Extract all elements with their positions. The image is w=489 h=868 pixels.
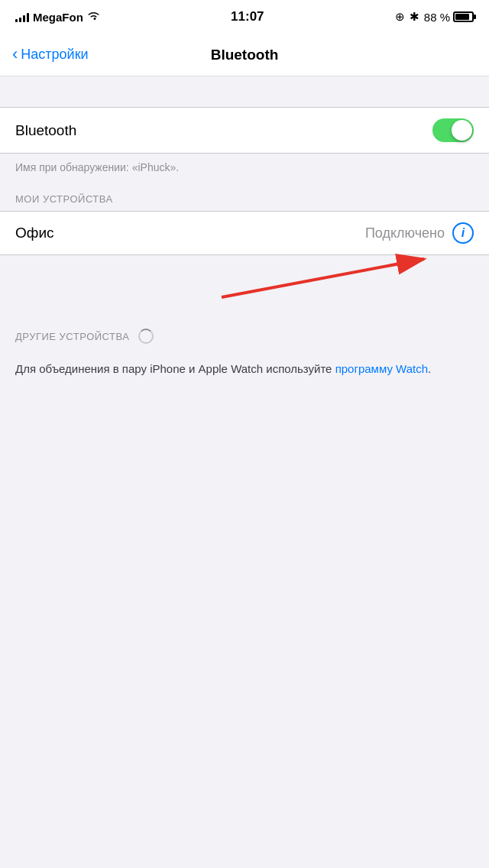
battery-percent-label: 88 % — [424, 11, 450, 24]
other-devices-header: ДРУГИЕ УСТРОЙСТВА — [15, 331, 129, 342]
loading-spinner — [138, 329, 154, 344]
discovery-name-text: Имя при обнаружении: «iPhuck». — [15, 161, 179, 173]
battery-icon — [453, 11, 474, 22]
device-status-text: Подключено — [365, 225, 445, 241]
description-text: Для объединения в пару iPhone и Apple Wa… — [15, 362, 431, 375]
device-info-button[interactable]: i — [452, 222, 474, 244]
device-status-area: Подключено i — [365, 222, 474, 244]
page-title: Bluetooth — [211, 47, 279, 63]
bluetooth-toggle-section: Bluetooth — [0, 107, 489, 154]
toggle-thumb — [452, 120, 472, 141]
device-name-ofis: Офис — [15, 225, 54, 241]
top-spacer — [0, 92, 489, 107]
description-area: Для объединения в пару iPhone и Apple Wa… — [0, 350, 489, 394]
back-button[interactable]: ‹ Настройки — [12, 47, 89, 63]
status-left: MegaFon — [15, 11, 100, 24]
carrier-label: MegaFon — [33, 11, 83, 24]
status-time: 11:07 — [231, 9, 264, 24]
battery-container: 88 % — [424, 11, 474, 24]
navigation-bar: ‹ Настройки Bluetooth — [0, 34, 489, 76]
content-area: Bluetooth Имя при обнаружении: «iPhuck».… — [0, 76, 489, 394]
chevron-left-icon: ‹ — [12, 46, 18, 63]
my-devices-header: МОИ УСТРОЙСТВА — [0, 187, 489, 211]
my-devices-section: Офис Подключено i — [0, 211, 489, 255]
wifi-icon — [87, 11, 100, 23]
status-bar: MegaFon 11:07 ⊕ ✱ 88 % — [0, 0, 489, 34]
bluetooth-toggle[interactable] — [432, 118, 474, 142]
description-text-end: . — [428, 362, 431, 375]
info-icon: i — [461, 226, 465, 240]
location-icon: ⊕ — [395, 10, 405, 24]
bluetooth-toggle-label: Bluetooth — [15, 122, 76, 139]
back-label: Настройки — [21, 47, 88, 63]
discovery-name-row: Имя при обнаружении: «iPhuck». — [0, 154, 489, 187]
bluetooth-toggle-row: Bluetooth — [0, 108, 489, 153]
battery-fill — [455, 14, 469, 20]
svg-line-1 — [222, 259, 424, 297]
other-devices-area: ДРУГИЕ УСТРОЙСТВА Для объединения в пару… — [0, 316, 489, 394]
description-text-start: Для объединения в пару iPhone и Apple Wa… — [15, 362, 335, 375]
bluetooth-status-icon: ✱ — [410, 10, 419, 24]
signal-bars-icon — [15, 11, 29, 22]
arrow-annotation — [0, 255, 489, 316]
other-devices-header-row: ДРУГИЕ УСТРОЙСТВА — [0, 322, 489, 350]
watch-app-link[interactable]: программу Watch — [335, 362, 428, 375]
device-row-ofis: Офис Подключено i — [0, 212, 489, 254]
status-right: ⊕ ✱ 88 % — [395, 10, 474, 24]
